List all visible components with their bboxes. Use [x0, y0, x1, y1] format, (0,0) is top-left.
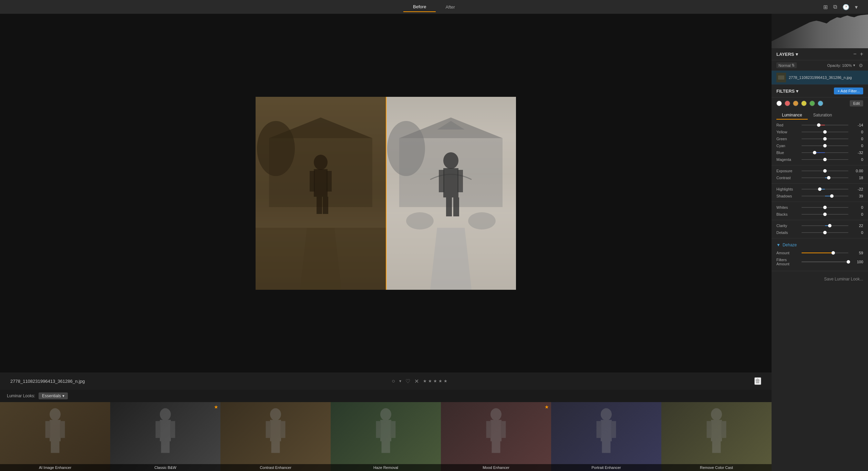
luminance-sliders-track-1[interactable]	[802, 132, 848, 132]
layers-plus-btn[interactable]: +	[860, 51, 863, 57]
svg-rect-31	[55, 441, 59, 453]
svg-rect-59	[611, 421, 616, 438]
look-label-3: Haze Removal	[331, 464, 441, 471]
svg-point-56	[601, 408, 612, 421]
svg-rect-49	[386, 441, 390, 453]
luminance-sliders-track-3[interactable]	[802, 145, 848, 146]
tone-sliders-label-0: Exposure	[776, 169, 799, 173]
light-sliders-track-0[interactable]	[802, 189, 848, 190]
look-thumbnail-4[interactable]: Mood Enhancer★	[441, 402, 551, 471]
luminance-sliders-track-0[interactable]	[802, 125, 848, 125]
filters-amount-track[interactable]	[802, 262, 848, 262]
svg-rect-9	[323, 197, 328, 214]
svg-rect-39	[270, 420, 281, 441]
layers-icon[interactable]: ⧉	[833, 4, 837, 10]
filters-amount-fill	[802, 262, 848, 262]
look-label-5: Portrait Enhancer	[551, 464, 661, 471]
histogram-svg	[772, 14, 868, 48]
svg-rect-18	[443, 168, 458, 197]
tone-sliders-track-1[interactable]	[802, 177, 848, 178]
luminance-sliders-track-2[interactable]	[802, 139, 848, 139]
gear-btn[interactable]: ⚙	[859, 63, 863, 68]
clock-icon[interactable]: 🕐	[843, 4, 849, 10]
svg-point-44	[380, 408, 391, 421]
wb-sliders-track-1[interactable]	[802, 214, 848, 215]
before-button[interactable]: Before	[403, 2, 436, 12]
look-thumbnail-0[interactable]: AI Image Enhancer	[0, 402, 110, 471]
tab-luminance[interactable]: Luminance	[776, 111, 808, 120]
luminance-sliders-label-2: Green	[776, 137, 799, 141]
compare-line[interactable]	[386, 97, 386, 290]
look-label-4: Mood Enhancer	[441, 464, 551, 471]
luminance-sliders-label-5: Magenta	[776, 157, 799, 162]
light-sliders: Highlights-22Shadows39	[772, 186, 868, 199]
color-dot-red[interactable]	[785, 101, 790, 106]
save-luminar-look-btn[interactable]: Save Luminar Look...	[772, 273, 868, 285]
star-rating[interactable]: ★ ★ ★ ★ ★	[423, 379, 447, 383]
file-name-label: 2778_1108231996413_361286_n.jpg	[10, 379, 85, 384]
look-thumbnail-6[interactable]: Remove Color Cast	[661, 402, 772, 471]
detail-sliders-track-1[interactable]	[802, 232, 848, 233]
image-compare	[256, 97, 516, 290]
light-sliders-track-1[interactable]	[802, 196, 848, 196]
look-thumbnail-1[interactable]: Classic B&W★	[110, 402, 220, 471]
look-thumbnail-2[interactable]: Contrast Enhancer	[220, 402, 331, 471]
add-filter-btn[interactable]: + Add Filter...	[834, 88, 863, 94]
luminance-sliders-track-4[interactable]	[802, 152, 848, 153]
after-button[interactable]: After	[436, 2, 464, 12]
color-dot-orange[interactable]	[793, 101, 798, 106]
svg-rect-48	[382, 441, 386, 453]
dehaze-amount-value: 59	[851, 251, 863, 255]
image-icon[interactable]: ⊞	[823, 4, 828, 10]
svg-point-16	[387, 121, 425, 176]
wb-sliders-label-1: Blacks	[776, 212, 799, 216]
tone-sliders-track-0[interactable]	[802, 171, 848, 171]
tone-sliders-row-0: Exposure0.00	[772, 167, 868, 174]
divider-3	[772, 202, 868, 202]
svg-point-62	[711, 408, 722, 421]
luminance-sliders-track-5[interactable]	[802, 159, 848, 160]
before-image	[256, 97, 386, 290]
svg-rect-8	[317, 197, 322, 214]
layers-minus-btn[interactable]: −	[853, 51, 856, 57]
color-dots-row: Edit	[772, 98, 868, 109]
svg-point-50	[490, 408, 502, 421]
before-after-toggle: Before After	[403, 2, 465, 12]
reject-btn[interactable]: ✕	[414, 378, 419, 385]
layers-title: LAYERS ▾	[776, 52, 798, 57]
layers-section-header: LAYERS ▾ − +	[772, 48, 868, 60]
blend-mode-select[interactable]: Normal ⇅	[776, 62, 797, 68]
heart-btn[interactable]: ♡	[405, 378, 410, 385]
color-dot-white[interactable]	[776, 101, 782, 106]
svg-rect-30	[51, 441, 55, 453]
filters-amount-row: Filters Amount 100	[772, 256, 868, 269]
histogram	[772, 14, 868, 48]
detail-sliders-track-0[interactable]	[802, 225, 848, 226]
svg-point-25	[468, 212, 496, 229]
svg-rect-52	[486, 421, 491, 438]
filters-amount-label: Filters Amount	[776, 258, 799, 266]
delete-btn[interactable]: 🗑	[754, 377, 761, 385]
look-thumbnail-5[interactable]: Portrait Enhancer	[551, 402, 661, 471]
dehaze-amount-track[interactable]	[802, 253, 848, 253]
color-dot-yellow[interactable]	[801, 101, 807, 106]
svg-rect-21	[446, 197, 452, 216]
edit-btn[interactable]: Edit	[850, 100, 863, 106]
essentials-dropdown[interactable]: Essentials ▾	[39, 392, 68, 399]
luminance-sliders-thumb-3	[823, 144, 827, 147]
layer-filename: 2778_1108231996413_361286_n.jpg	[789, 75, 863, 80]
svg-rect-29	[60, 421, 65, 438]
luminance-sliders-row-2: Green0	[772, 135, 868, 142]
tab-saturation[interactable]: Saturation	[808, 111, 838, 120]
luminance-sliders: Red-14Yellow0Green0Cyan0Blue-32Magenta0	[772, 122, 868, 163]
chevron-down-rating: ▾	[399, 379, 401, 383]
dehaze-section-header[interactable]: ▼ Dehaze	[772, 240, 868, 249]
opacity-control: Opacity: 100% ▾	[827, 63, 855, 68]
right-panel: LAYERS ▾ − + Normal ⇅ Opacity: 100% ▾ ⚙	[772, 14, 868, 471]
luminance-sliders-thumb-4	[813, 151, 816, 154]
look-thumbnail-3[interactable]: Haze Removal	[331, 402, 441, 471]
circle-rating-btn[interactable]: ○	[392, 378, 395, 384]
wb-sliders-track-0[interactable]	[802, 207, 848, 208]
color-dot-green[interactable]	[809, 101, 815, 106]
color-dot-cyan[interactable]	[818, 101, 823, 106]
